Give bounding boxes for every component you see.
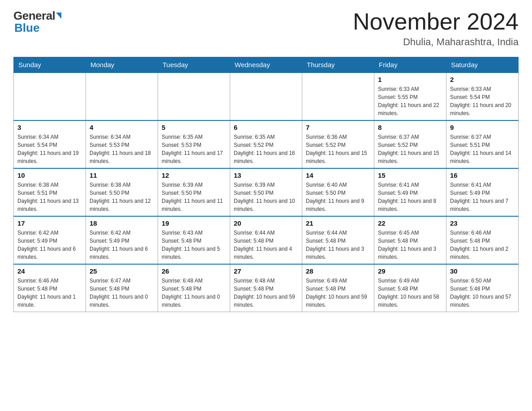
day-number: 12 [162,171,226,179]
calendar-cell: 12Sunrise: 6:39 AMSunset: 5:50 PMDayligh… [158,168,230,216]
day-number: 29 [378,267,442,275]
day-number: 15 [378,171,442,179]
day-number: 16 [450,171,515,179]
weekday-header-wednesday: Wednesday [230,57,302,73]
calendar-table: SundayMondayTuesdayWednesdayThursdayFrid… [13,57,519,312]
day-info: Sunrise: 6:34 AMSunset: 5:53 PMDaylight:… [90,133,154,165]
day-info: Sunrise: 6:47 AMSunset: 5:48 PMDaylight:… [90,277,154,309]
day-number: 10 [17,171,82,179]
calendar-cell: 21Sunrise: 6:44 AMSunset: 5:48 PMDayligh… [302,216,374,264]
day-info: Sunrise: 6:42 AMSunset: 5:49 PMDaylight:… [17,229,82,261]
day-info: Sunrise: 6:38 AMSunset: 5:50 PMDaylight:… [90,181,154,213]
day-info: Sunrise: 6:43 AMSunset: 5:48 PMDaylight:… [162,229,226,261]
day-number: 9 [450,124,515,131]
day-number: 18 [90,219,154,227]
calendar-cell: 17Sunrise: 6:42 AMSunset: 5:49 PMDayligh… [14,216,86,264]
calendar-cell [230,73,302,120]
calendar-cell: 9Sunrise: 6:37 AMSunset: 5:51 PMDaylight… [446,120,519,168]
day-number: 14 [306,171,370,179]
day-number: 25 [90,267,154,275]
day-info: Sunrise: 6:49 AMSunset: 5:48 PMDaylight:… [306,277,370,309]
calendar-cell: 27Sunrise: 6:48 AMSunset: 5:48 PMDayligh… [230,264,302,312]
weekday-header-sunday: Sunday [14,57,86,73]
weekday-header-thursday: Thursday [302,57,374,73]
day-info: Sunrise: 6:39 AMSunset: 5:50 PMDaylight:… [162,181,226,213]
day-number: 13 [234,171,298,179]
day-number: 24 [17,267,82,275]
day-info: Sunrise: 6:37 AMSunset: 5:52 PMDaylight:… [378,133,442,165]
day-number: 6 [234,124,298,131]
day-number: 23 [450,219,515,227]
day-info: Sunrise: 6:41 AMSunset: 5:49 PMDaylight:… [450,181,515,213]
day-number: 30 [450,267,515,275]
day-number: 3 [17,124,82,131]
day-info: Sunrise: 6:45 AMSunset: 5:48 PMDaylight:… [378,229,442,261]
calendar-cell: 28Sunrise: 6:49 AMSunset: 5:48 PMDayligh… [302,264,374,312]
day-info: Sunrise: 6:50 AMSunset: 5:48 PMDaylight:… [450,277,515,309]
calendar-cell: 14Sunrise: 6:40 AMSunset: 5:50 PMDayligh… [302,168,374,216]
calendar-cell: 25Sunrise: 6:47 AMSunset: 5:48 PMDayligh… [86,264,158,312]
day-info: Sunrise: 6:37 AMSunset: 5:51 PMDaylight:… [450,133,515,165]
day-info: Sunrise: 6:35 AMSunset: 5:52 PMDaylight:… [234,133,298,165]
calendar-cell: 10Sunrise: 6:38 AMSunset: 5:51 PMDayligh… [14,168,86,216]
page-header: General Blue November 2024 Dhulia, Mahar… [13,9,519,48]
day-info: Sunrise: 6:41 AMSunset: 5:49 PMDaylight:… [378,181,442,213]
calendar-cell [14,73,86,120]
calendar-cell: 30Sunrise: 6:50 AMSunset: 5:48 PMDayligh… [446,264,519,312]
logo: General Blue [13,9,61,35]
day-info: Sunrise: 6:42 AMSunset: 5:49 PMDaylight:… [90,229,154,261]
calendar-cell: 26Sunrise: 6:48 AMSunset: 5:48 PMDayligh… [158,264,230,312]
calendar-cell: 1Sunrise: 6:33 AMSunset: 5:55 PMDaylight… [374,73,446,120]
day-number: 5 [162,124,226,131]
calendar-cell: 13Sunrise: 6:39 AMSunset: 5:50 PMDayligh… [230,168,302,216]
day-number: 27 [234,267,298,275]
day-number: 4 [90,124,154,131]
day-info: Sunrise: 6:46 AMSunset: 5:48 PMDaylight:… [17,277,82,309]
calendar-cell: 3Sunrise: 6:34 AMSunset: 5:54 PMDaylight… [14,120,86,168]
calendar-cell: 18Sunrise: 6:42 AMSunset: 5:49 PMDayligh… [86,216,158,264]
week-row-3: 10Sunrise: 6:38 AMSunset: 5:51 PMDayligh… [14,168,519,216]
calendar-cell: 15Sunrise: 6:41 AMSunset: 5:49 PMDayligh… [374,168,446,216]
location-subtitle: Dhulia, Maharashtra, India [353,36,519,48]
day-number: 26 [162,267,226,275]
calendar-cell: 23Sunrise: 6:46 AMSunset: 5:48 PMDayligh… [446,216,519,264]
day-info: Sunrise: 6:35 AMSunset: 5:53 PMDaylight:… [162,133,226,165]
week-row-4: 17Sunrise: 6:42 AMSunset: 5:49 PMDayligh… [14,216,519,264]
day-info: Sunrise: 6:40 AMSunset: 5:50 PMDaylight:… [306,181,370,213]
calendar-cell: 2Sunrise: 6:33 AMSunset: 5:54 PMDaylight… [446,73,519,120]
week-row-5: 24Sunrise: 6:46 AMSunset: 5:48 PMDayligh… [14,264,519,312]
day-number: 28 [306,267,370,275]
calendar-cell [158,73,230,120]
day-info: Sunrise: 6:44 AMSunset: 5:48 PMDaylight:… [234,229,298,261]
day-info: Sunrise: 6:38 AMSunset: 5:51 PMDaylight:… [17,181,82,213]
day-number: 11 [90,171,154,179]
calendar-cell: 7Sunrise: 6:36 AMSunset: 5:52 PMDaylight… [302,120,374,168]
day-number: 21 [306,219,370,227]
day-info: Sunrise: 6:33 AMSunset: 5:55 PMDaylight:… [378,85,442,117]
day-number: 19 [162,219,226,227]
day-info: Sunrise: 6:46 AMSunset: 5:48 PMDaylight:… [450,229,515,261]
day-info: Sunrise: 6:44 AMSunset: 5:48 PMDaylight:… [306,229,370,261]
weekday-header-saturday: Saturday [446,57,519,73]
weekday-header-monday: Monday [86,57,158,73]
day-number: 20 [234,219,298,227]
calendar-cell: 29Sunrise: 6:49 AMSunset: 5:48 PMDayligh… [374,264,446,312]
logo-arrow-icon [56,13,61,19]
calendar-cell: 16Sunrise: 6:41 AMSunset: 5:49 PMDayligh… [446,168,519,216]
day-info: Sunrise: 6:39 AMSunset: 5:50 PMDaylight:… [234,181,298,213]
calendar-cell: 4Sunrise: 6:34 AMSunset: 5:53 PMDaylight… [86,120,158,168]
calendar-cell: 19Sunrise: 6:43 AMSunset: 5:48 PMDayligh… [158,216,230,264]
day-number: 1 [378,76,442,83]
logo-blue-text: Blue [13,21,39,35]
calendar-cell: 22Sunrise: 6:45 AMSunset: 5:48 PMDayligh… [374,216,446,264]
day-info: Sunrise: 6:48 AMSunset: 5:48 PMDaylight:… [234,277,298,309]
calendar-cell: 20Sunrise: 6:44 AMSunset: 5:48 PMDayligh… [230,216,302,264]
day-info: Sunrise: 6:36 AMSunset: 5:52 PMDaylight:… [306,133,370,165]
weekday-header-friday: Friday [374,57,446,73]
calendar-cell: 11Sunrise: 6:38 AMSunset: 5:50 PMDayligh… [86,168,158,216]
title-block: November 2024 Dhulia, Maharashtra, India [353,9,519,48]
calendar-cell: 24Sunrise: 6:46 AMSunset: 5:48 PMDayligh… [14,264,86,312]
week-row-1: 1Sunrise: 6:33 AMSunset: 5:55 PMDaylight… [14,73,519,120]
weekday-header-row: SundayMondayTuesdayWednesdayThursdayFrid… [14,57,519,73]
calendar-cell [86,73,158,120]
